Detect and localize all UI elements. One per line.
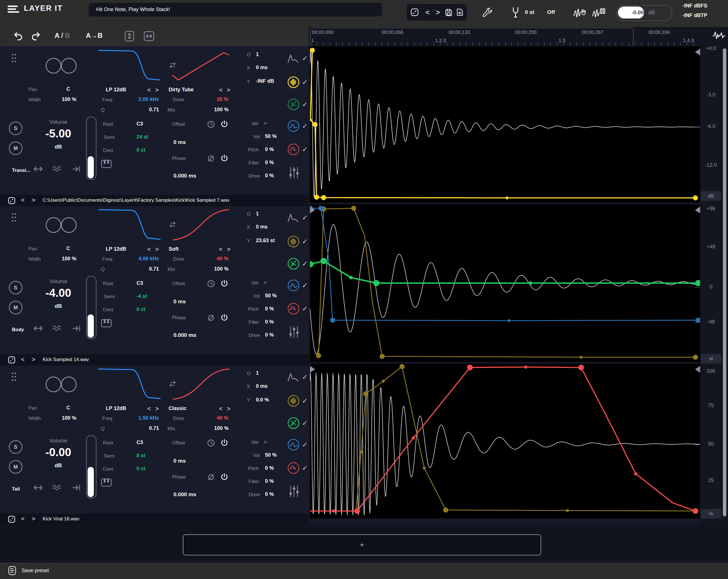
tune-semitones-value[interactable]: 0 st xyxy=(525,9,534,15)
menu-icon[interactable] xyxy=(7,5,20,14)
filter-envelope-icon[interactable] xyxy=(287,120,300,132)
mix-value[interactable]: 100 % xyxy=(194,107,229,113)
volume-envelope-point[interactable] xyxy=(313,122,318,127)
env-x-value[interactable]: 0 ms xyxy=(256,65,267,71)
q-value[interactable]: 0.71 xyxy=(134,266,159,272)
snap-to-end-icon[interactable] xyxy=(72,165,81,173)
offset-power-icon[interactable] xyxy=(220,120,229,128)
add-layer-button[interactable]: + xyxy=(183,534,541,555)
volume-envelope-icon[interactable] xyxy=(287,395,300,407)
waveform-drag-icon[interactable] xyxy=(573,7,587,19)
volume-value[interactable]: -4.00 xyxy=(34,286,82,299)
env-o-value[interactable]: 1 xyxy=(256,211,259,217)
env-x-value[interactable]: 0 ms xyxy=(256,383,267,389)
mix-value[interactable]: 100 % xyxy=(194,266,229,272)
filter-next-icon[interactable]: > xyxy=(155,405,159,412)
drive-envelope-check[interactable]: ✓ xyxy=(302,305,308,313)
layer-name[interactable]: Body xyxy=(12,327,24,333)
drive-envelope-icon[interactable] xyxy=(287,462,300,474)
volume-slider[interactable] xyxy=(86,435,97,499)
prev-sample-icon[interactable]: < xyxy=(21,197,24,203)
semi-value[interactable]: -4 st xyxy=(136,293,147,299)
mixer-sliders-icon[interactable] xyxy=(288,325,300,339)
volume-envelope-point[interactable] xyxy=(360,450,362,453)
filter-curve[interactable] xyxy=(98,367,161,401)
mute-button[interactable]: M xyxy=(9,460,23,474)
filter-curve[interactable] xyxy=(98,48,161,83)
phase-invert-icon[interactable] xyxy=(207,473,215,481)
volume-envelope-point[interactable] xyxy=(363,391,368,396)
volume-envelope-point[interactable] xyxy=(579,356,582,358)
vel-expand-icon[interactable]: > xyxy=(264,121,267,126)
drive-next-icon[interactable]: > xyxy=(227,246,230,253)
cent-value[interactable]: 0 ct xyxy=(136,306,145,312)
volume-envelope-check[interactable]: ✓ xyxy=(302,237,308,246)
sample-file-path[interactable]: Kick Sampled 14.wav xyxy=(43,357,89,362)
envelope-enabled-check[interactable]: ✓ xyxy=(302,373,308,381)
cent-value[interactable]: 0 ct xyxy=(136,466,145,472)
layer-name[interactable]: Transi... xyxy=(12,168,30,173)
volume-envelope[interactable] xyxy=(310,50,695,198)
volume-envelope-check[interactable]: ✓ xyxy=(302,78,308,86)
panel-right-marker[interactable] xyxy=(695,206,700,213)
redo-icon[interactable] xyxy=(31,31,42,42)
vel-expand-icon[interactable]: > xyxy=(264,439,267,445)
drive-envelope-check[interactable]: ✓ xyxy=(302,145,308,153)
pan-width-control[interactable] xyxy=(44,375,78,394)
drive-value[interactable]: 40 % xyxy=(194,256,228,262)
filter-prev-icon[interactable]: < xyxy=(147,246,151,253)
phase-value[interactable]: 0.000 ms xyxy=(174,173,196,179)
prev-sample-icon[interactable]: < xyxy=(21,356,24,363)
vel-pitch-value[interactable]: 0 % xyxy=(265,147,274,152)
drag-handle-icon[interactable] xyxy=(11,53,17,65)
wave-mode-icon[interactable] xyxy=(52,483,62,492)
vel-vol-value[interactable]: 50 % xyxy=(265,293,277,299)
pitch-envelope-point[interactable] xyxy=(373,280,379,286)
settings-wrench-icon[interactable] xyxy=(482,7,493,19)
volume-envelope-point[interactable] xyxy=(351,206,356,211)
stretch-mode-icon[interactable] xyxy=(32,165,44,173)
vel-expand-icon[interactable]: > xyxy=(264,280,267,286)
drag-handle-icon[interactable] xyxy=(11,212,17,224)
vertical-scrollbar[interactable] xyxy=(723,48,726,517)
drag-handle-icon[interactable] xyxy=(11,371,17,383)
volume-envelope-point[interactable] xyxy=(443,508,448,513)
filter-envelope-check[interactable]: ✓ xyxy=(302,122,308,130)
width-value[interactable]: 100 % xyxy=(56,256,82,262)
prev-preset-button[interactable]: < xyxy=(425,8,430,17)
next-sample-icon[interactable]: > xyxy=(32,356,35,363)
keyboard-icon[interactable] xyxy=(101,478,112,487)
scale-unit[interactable]: dB xyxy=(701,191,721,201)
undo-icon[interactable] xyxy=(12,31,23,42)
ab-toggle-b[interactable]: B xyxy=(65,31,70,39)
freq-value[interactable]: 4.00 kHz xyxy=(124,256,159,262)
scale-unit[interactable]: % xyxy=(701,509,721,519)
vel-filter-value[interactable]: 0 % xyxy=(265,319,274,325)
pitch-envelope-point[interactable] xyxy=(695,280,700,286)
drive-value[interactable]: 35 % xyxy=(194,97,228,102)
env-y-value[interactable]: 23.63 st xyxy=(256,237,275,244)
width-value[interactable]: 100 % xyxy=(56,97,82,102)
phase-power-icon[interactable] xyxy=(220,313,229,322)
freq-value[interactable]: 1.50 kHz xyxy=(124,415,159,421)
zoom-vertical-icon[interactable] xyxy=(124,30,135,42)
volume-value[interactable]: -0.00 xyxy=(34,446,82,459)
root-value[interactable]: C3 xyxy=(136,439,143,446)
waveform-panel[interactable] xyxy=(310,363,700,519)
drive-curve[interactable] xyxy=(170,367,232,401)
solo-button[interactable]: S xyxy=(9,122,23,135)
stretch-mode-icon[interactable] xyxy=(32,325,44,332)
offset-value[interactable]: 0 ms xyxy=(174,458,186,464)
vel-drive-value[interactable]: 0 % xyxy=(265,492,274,497)
filter-envelope-point[interactable] xyxy=(507,319,510,322)
zoom-horizontal-icon[interactable] xyxy=(143,30,155,42)
ab-copy-button[interactable]: A→B xyxy=(86,31,103,40)
vel-vol-value[interactable]: 50 % xyxy=(265,452,277,458)
panel-right-marker[interactable] xyxy=(695,49,700,55)
filter-prev-icon[interactable]: < xyxy=(147,86,151,93)
pitch-envelope-point[interactable] xyxy=(310,261,313,268)
envelope-mode-icon[interactable] xyxy=(287,372,299,383)
next-preset-button[interactable]: > xyxy=(436,8,440,17)
offset-clock-icon[interactable] xyxy=(207,280,215,288)
vel-filter-value[interactable]: 0 % xyxy=(265,478,274,484)
